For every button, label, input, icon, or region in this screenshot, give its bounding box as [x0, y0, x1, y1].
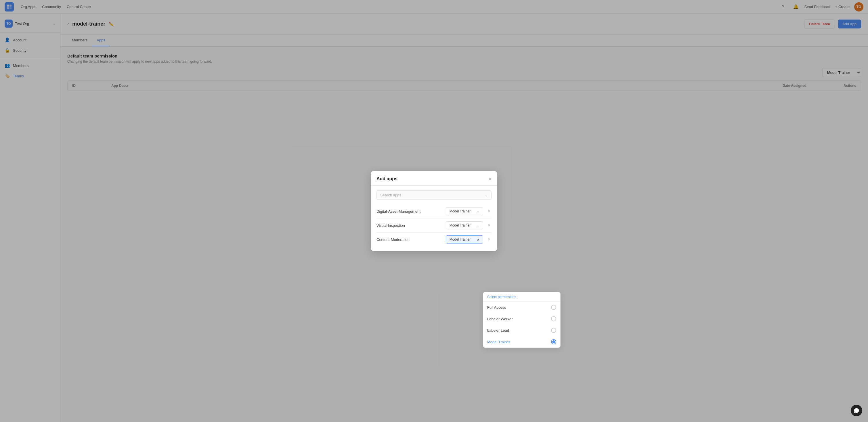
search-apps-input[interactable]: [380, 193, 485, 197]
permission-btn-content-moderation[interactable]: Model Trainer ∧: [446, 235, 483, 244]
app-name-visual-inspection: Visual-Inspection: [376, 223, 442, 228]
app-row-content-moderation: Content-Moderation Model Trainer ∧ ×: [376, 233, 492, 246]
modal-overlay[interactable]: Add apps × ⌄ Digital-Asset-Management Mo…: [0, 0, 868, 422]
app-name-digital-asset-management: Digital-Asset-Management: [376, 209, 442, 214]
remove-app-content[interactable]: ×: [487, 236, 492, 242]
option-label-labeler-lead: Labeler Lead: [487, 328, 509, 333]
app-name-content-moderation: Content-Moderation: [376, 237, 442, 242]
modal-close-button[interactable]: ×: [488, 176, 492, 182]
remove-app-visual[interactable]: ×: [487, 222, 492, 229]
search-chevron-icon: ⌄: [485, 193, 488, 197]
radio-model-trainer: [551, 339, 556, 345]
permission-label-digital: Model Trainer: [450, 209, 470, 213]
chevron-up-icon: ∧: [477, 237, 479, 241]
permissions-dropdown: Select permissions Full Access Labeler W…: [483, 292, 561, 348]
option-label-labeler-worker: Labeler Worker: [487, 317, 513, 321]
add-apps-modal: Add apps × ⌄ Digital-Asset-Management Mo…: [371, 171, 497, 251]
radio-full-access: [551, 305, 556, 310]
option-label-full-access: Full Access: [487, 305, 506, 310]
search-bar: ⌄: [376, 190, 492, 200]
option-full-access[interactable]: Full Access: [483, 301, 560, 313]
option-label-model-trainer: Model Trainer: [487, 340, 510, 344]
modal-title: Add apps: [376, 176, 398, 182]
app-row-digital-asset-management: Digital-Asset-Management Model Trainer ⌄…: [376, 204, 492, 219]
option-model-trainer[interactable]: Model Trainer: [483, 336, 560, 348]
modal-header: Add apps ×: [371, 171, 497, 186]
option-labeler-lead[interactable]: Labeler Lead: [483, 325, 560, 336]
remove-app-digital[interactable]: ×: [487, 208, 492, 215]
option-labeler-worker[interactable]: Labeler Worker: [483, 313, 560, 325]
radio-labeler-lead: [551, 328, 556, 333]
dropdown-header: Select permissions: [483, 292, 560, 301]
permission-label-visual: Model Trainer: [450, 223, 470, 227]
permission-btn-digital-asset-management[interactable]: Model Trainer ⌄: [446, 207, 483, 215]
radio-labeler-worker: [551, 316, 556, 321]
app-row-visual-inspection: Visual-Inspection Model Trainer ⌄ ×: [376, 219, 492, 233]
chevron-down-icon: ⌄: [476, 209, 479, 213]
chat-bubble[interactable]: [851, 405, 862, 416]
permission-label-content: Model Trainer: [450, 237, 470, 241]
modal-body: ⌄ Digital-Asset-Management Model Trainer…: [371, 186, 497, 251]
permission-btn-visual-inspection[interactable]: Model Trainer ⌄: [446, 221, 483, 229]
chevron-down-icon: ⌄: [476, 223, 479, 227]
